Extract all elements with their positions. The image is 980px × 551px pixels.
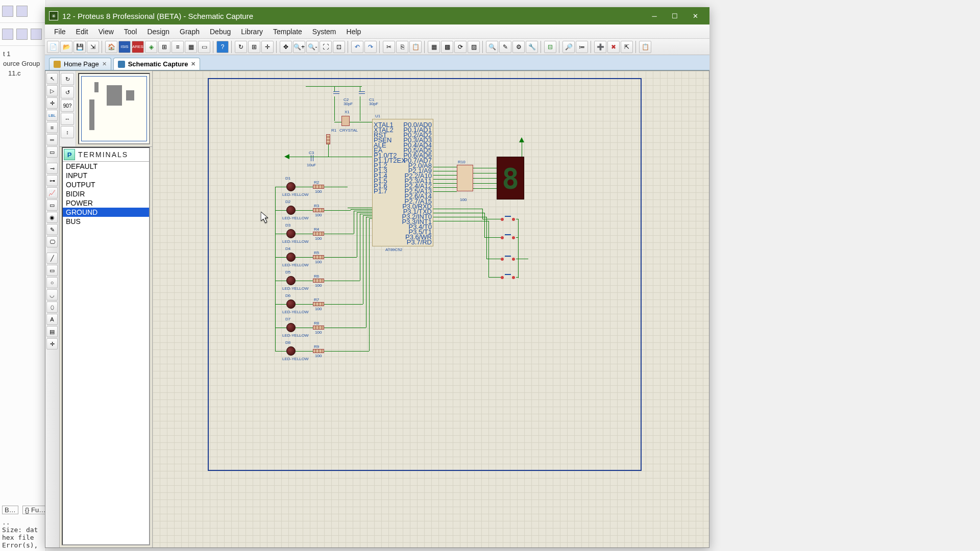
minimize-button[interactable]: ─ [644,7,665,24]
crystal-x1[interactable] [341,116,350,126]
pan-icon[interactable]: ✥ [280,41,292,53]
circle-2d-icon[interactable]: ○ [46,277,58,288]
zoom-in-icon[interactable]: 🔍+ [293,41,305,53]
goto-sheet-icon[interactable]: ⇱ [621,41,633,53]
push-button[interactable] [501,274,516,281]
paste-icon[interactable]: 📋 [409,41,422,53]
delete-sheet-icon[interactable]: ✖ [607,41,620,53]
microcontroller-u1[interactable]: XTAL1XTAL2RSTPSENALEEAP1.0/T2P1.1/T2EXP1… [372,119,433,246]
zoom-area-icon[interactable]: ⊡ [333,41,345,53]
bg-tree-item[interactable]: 11.c [1,68,44,78]
menu-file[interactable]: File [49,26,71,38]
bus-mode-icon[interactable]: ═ [46,134,58,145]
decompose-icon[interactable]: 🔧 [526,41,538,53]
menu-view[interactable]: View [93,26,119,38]
maximize-button[interactable]: ☐ [665,7,685,24]
capacitor-c3[interactable] [308,155,315,161]
power-terminal[interactable] [519,137,524,142]
generator-mode-icon[interactable]: ◉ [46,212,58,223]
resistor-r5[interactable] [313,255,324,259]
mirror-v-icon[interactable]: ↕ [61,126,74,138]
gerber-icon[interactable]: ⊞ [158,41,170,53]
bg-button[interactable]: {} Fu… [22,506,48,514]
report-icon[interactable]: 📋 [639,41,651,53]
instrument-mode-icon[interactable]: 🖵 [46,236,58,247]
seven-segment-display[interactable]: 8 [497,157,524,199]
bg-button[interactable]: B… [2,506,18,514]
bg-tree-item[interactable]: ource Group [1,59,44,68]
selection-mode-icon[interactable]: ↖ [46,73,58,84]
menu-system[interactable]: System [307,26,341,38]
push-button[interactable] [501,234,516,241]
package-icon[interactable]: ⚙ [512,41,525,53]
terminal-item[interactable]: BUS [63,217,149,226]
titlebar[interactable]: 12 - Proteus 8 Professional (BETA) - Sch… [45,7,709,24]
zoom-out-icon[interactable]: 🔍- [306,41,318,53]
terminal-item[interactable]: GROUND [63,208,149,217]
symbol-2d-icon[interactable]: ▤ [46,326,58,337]
menu-graph[interactable]: Graph [175,26,205,38]
tab-home[interactable]: Home Page ✕ [49,58,111,70]
block-move-icon[interactable]: ▩ [441,41,453,53]
new-icon[interactable]: 📄 [47,41,59,53]
schematic-icon[interactable]: ISIS [118,41,131,53]
menu-template[interactable]: Template [268,26,307,38]
label-mode-icon[interactable]: LBL [46,110,58,121]
menu-debug[interactable]: Debug [205,26,236,38]
open-icon[interactable]: 📂 [60,41,72,53]
led-d4[interactable] [286,253,296,262]
led-d8[interactable] [286,346,296,356]
probe-mode-icon[interactable]: ✎ [46,224,58,235]
resistor-network-r10[interactable] [457,165,473,191]
pick-icon[interactable]: 🔍 [486,41,498,53]
menu-tool[interactable]: Tool [119,26,142,38]
line-2d-icon[interactable]: ╱ [46,253,58,264]
menu-design[interactable]: Design [142,26,175,38]
text-script-icon[interactable]: ≡ [46,122,58,133]
block-copy-icon[interactable]: ▦ [428,41,440,53]
save-icon[interactable]: 💾 [74,41,86,53]
box-2d-icon[interactable]: ▭ [46,265,58,276]
led-d5[interactable] [286,276,296,285]
undo-icon[interactable]: ↶ [351,41,363,53]
junction-mode-icon[interactable]: ✛ [46,97,58,109]
origin-icon[interactable]: ✛ [261,41,274,53]
marker-2d-icon[interactable]: ✛ [46,338,58,349]
zoom-all-icon[interactable]: ⛶ [320,41,332,53]
close-tab-icon[interactable]: ✕ [102,61,107,67]
copy-icon[interactable]: ⎘ [396,41,408,53]
bom-icon[interactable]: ≡ [172,41,184,53]
import-icon[interactable]: ⇲ [87,41,99,53]
close-button[interactable]: ✕ [685,7,705,24]
led-d3[interactable] [286,229,296,238]
component-mode-icon[interactable]: ▷ [46,85,58,96]
rotation-angle[interactable]: 90? [61,99,74,112]
push-button[interactable] [501,216,516,223]
led-d1[interactable] [286,182,296,191]
redo-icon[interactable]: ↷ [364,41,377,53]
bg-tree-item[interactable]: t 1 [1,49,44,59]
menu-edit[interactable]: Edit [71,26,93,38]
menu-help[interactable]: Help [341,26,366,38]
block-rotate-icon[interactable]: ⟳ [454,41,467,53]
terminal-item[interactable]: DEFAULT [63,162,149,171]
resistor-r6[interactable] [313,279,324,283]
resistor-r1[interactable] [326,134,330,144]
led-d6[interactable] [286,299,296,309]
subcircuit-icon[interactable]: ▭ [46,146,58,158]
resistor-r2[interactable] [313,185,324,189]
arc-2d-icon[interactable]: ◡ [46,289,58,300]
close-tab-icon[interactable]: ✕ [191,61,195,67]
pick-devices-button[interactable]: P [64,149,75,160]
path-2d-icon[interactable]: ⬯ [46,302,58,313]
terminal-mode-icon[interactable]: ⊸ [46,163,58,174]
terminal-item[interactable]: OUTPUT [63,180,149,189]
terminal-item[interactable]: BIDIR [63,189,149,198]
block-delete-icon[interactable]: ▨ [468,41,480,53]
code-icon[interactable]: ▦ [185,41,197,53]
resistor-r4[interactable] [313,232,324,236]
menu-library[interactable]: Library [236,26,268,38]
terminal-item[interactable]: INPUT [63,171,149,180]
terminal-list[interactable]: DEFAULTINPUTOUTPUTBIDIRPOWERGROUNDBUS [63,162,149,544]
home-icon[interactable]: 🏠 [105,41,117,53]
